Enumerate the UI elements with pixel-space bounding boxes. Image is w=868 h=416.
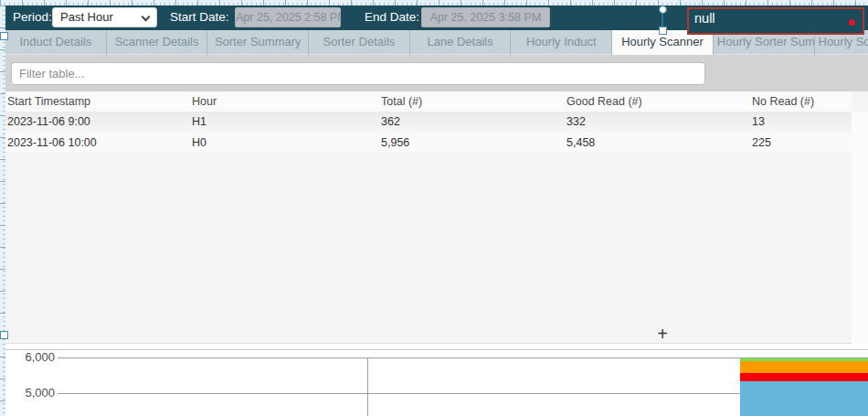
filter-table-input[interactable] bbox=[11, 62, 705, 85]
end-date-label: End Date: bbox=[365, 5, 419, 30]
null-value-text: null bbox=[694, 11, 715, 26]
period-selected-value: Past Hour bbox=[60, 10, 113, 24]
selection-handle-line bbox=[662, 13, 663, 27]
table-right-gutter bbox=[852, 112, 868, 344]
dashboard-designer-canvas: Period: Past Hour Start Date: End Date: … bbox=[0, 0, 868, 416]
tab-sorter-details[interactable]: Sorter Details bbox=[309, 30, 410, 55]
bar-segment-good-read[interactable] bbox=[740, 381, 868, 416]
y-axis-tick-6000: 6,000 bbox=[7, 351, 55, 364]
vertical-ruler bbox=[0, 5, 5, 416]
end-date-input[interactable] bbox=[421, 7, 550, 27]
col-no-read[interactable]: No Read (#) bbox=[752, 91, 814, 112]
chevron-down-icon bbox=[142, 13, 151, 22]
cell-hour: H0 bbox=[192, 133, 206, 154]
tab-induct-details[interactable]: Induct Details bbox=[5, 30, 107, 55]
selection-handle-square[interactable] bbox=[659, 27, 667, 35]
table-row[interactable]: 2023-11-06 9:00 H1 362 332 13 bbox=[5, 112, 852, 133]
y-axis-tick-5000: 5,000 bbox=[7, 387, 55, 400]
tab-hourly-induct[interactable]: Hourly Induct bbox=[511, 30, 612, 55]
cell-start-timestamp: 2023-11-06 10:00 bbox=[7, 133, 97, 154]
cell-total: 5,956 bbox=[381, 133, 409, 154]
plus-icon[interactable]: + bbox=[651, 324, 673, 344]
cell-start-timestamp: 2023-11-06 9:00 bbox=[7, 112, 90, 133]
null-value-field[interactable]: null bbox=[687, 7, 864, 35]
table-header-row: Start Timestamp Hour Total (#) Good Read… bbox=[5, 91, 852, 112]
cell-total: 362 bbox=[381, 112, 400, 133]
cell-good-read: 5,458 bbox=[566, 133, 595, 154]
start-date-input[interactable] bbox=[235, 7, 341, 27]
col-start-timestamp[interactable]: Start Timestamp bbox=[7, 91, 90, 112]
cell-no-read: 225 bbox=[752, 133, 771, 154]
col-good-read[interactable]: Good Read (#) bbox=[566, 91, 642, 112]
cell-good-read: 332 bbox=[566, 112, 586, 133]
hourly-scanner-table: Start Timestamp Hour Total (#) Good Read… bbox=[5, 91, 868, 344]
cell-hour: H1 bbox=[192, 112, 206, 133]
table-row[interactable]: 2023-11-06 10:00 H0 5,956 5,458 225 bbox=[5, 133, 852, 154]
tab-sorter-summary[interactable]: Sorter Summary bbox=[207, 30, 309, 55]
stacked-bar-h0[interactable] bbox=[740, 358, 868, 416]
start-date-label: Start Date: bbox=[170, 5, 229, 30]
horizontal-ruler bbox=[0, 0, 868, 5]
col-hour[interactable]: Hour bbox=[192, 91, 217, 112]
bar-segment-no-read[interactable] bbox=[740, 373, 868, 381]
selection-handle-circle[interactable] bbox=[659, 5, 667, 14]
tab-scanner-details[interactable]: Scanner Details bbox=[107, 30, 208, 55]
period-label: Period: bbox=[13, 5, 52, 30]
category-divider-line bbox=[367, 357, 368, 416]
cell-no-read: 13 bbox=[752, 112, 765, 133]
selection-handle-left-bottom[interactable] bbox=[0, 331, 8, 339]
bar-segment-orange[interactable] bbox=[740, 361, 868, 373]
hourly-scanner-chart: 6,000 5,000 bbox=[0, 350, 868, 416]
period-select[interactable]: Past Hour bbox=[52, 7, 157, 27]
filter-bar bbox=[5, 55, 868, 91]
tab-lane-details[interactable]: Lane Details bbox=[410, 30, 512, 55]
col-total[interactable]: Total (#) bbox=[381, 91, 422, 112]
error-dot-icon bbox=[849, 19, 855, 26]
selection-handle-left-top[interactable] bbox=[0, 32, 8, 40]
